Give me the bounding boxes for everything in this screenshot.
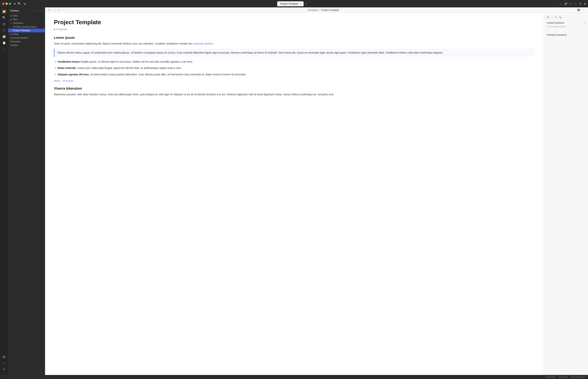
- tree-item-templates[interactable]: ▼ Templates: [8, 21, 45, 25]
- diamond-icon[interactable]: ◇: [575, 2, 577, 5]
- tree-item-label: Examples: [10, 40, 20, 43]
- sidebar-icon-files[interactable]: 📁: [1, 9, 7, 14]
- section-paragraph-1: Dolor sit amet, consectetur adipiscing e…: [54, 42, 535, 46]
- reader-icon[interactable]: 📚: [577, 9, 580, 12]
- title-bar-right: ⌄ 🔗 ⚭ ◇ ☰ ■: [559, 2, 586, 5]
- sort-icon[interactable]: ↕: [55, 9, 57, 12]
- chevron-right-icon: ▶: [10, 15, 12, 17]
- sidebar-icon-terminal[interactable]: >: [1, 47, 7, 52]
- tag-faucibus[interactable]: #Faucibus: [62, 79, 74, 82]
- status-words: 186 words: [558, 376, 568, 378]
- close-icon[interactable]: ×: [58, 9, 60, 12]
- tree-item-files[interactable]: ▶ Files: [8, 17, 45, 21]
- properties-label: Properties: [57, 28, 67, 31]
- unlinked-mentions-section: Unlinked mentions: [547, 33, 585, 36]
- linked-mentions-empty: No backlinks found.: [547, 25, 585, 28]
- properties-row[interactable]: ▶ Properties: [54, 28, 535, 31]
- chevron-right-icon: ▶: [10, 33, 12, 35]
- link-icon[interactable]: 🔗: [564, 2, 567, 5]
- tab-add-button[interactable]: +: [304, 2, 308, 5]
- rp-filter-icon[interactable]: ≡: [555, 16, 557, 19]
- tree-item-project-template[interactable]: Project Template: [8, 29, 45, 32]
- upload-icon[interactable]: ↑: [52, 9, 53, 12]
- edit-icon[interactable]: ✎: [48, 9, 50, 12]
- rp-search-icon[interactable]: 🔍: [559, 16, 562, 19]
- file-tree: ▶ Data ▶ Files ▼ Templates Another sampl…: [8, 13, 45, 375]
- tree-item-label: Views: [13, 33, 19, 35]
- status-backlinks: 0 backlinks: [545, 376, 555, 378]
- content-toolbar-right: 📚 ⋯: [577, 9, 585, 12]
- app-window: ■ 🔍 🔖 Project Template × + ⌄ 🔗 ⚭ ◇ ☰ ■ 📁: [0, 0, 588, 379]
- tree-item-readme[interactable]: readme: [8, 43, 45, 47]
- status-chars: 3,311 characters: [571, 376, 586, 378]
- main-layout: 📁 🔍 ▤ ☷ 📅 📋 > 🖼 ? ⚙ Carbon ✎ ↑ ↕: [0, 7, 588, 375]
- right-panel: ☰ ↕ ≡ 🔍 Linked mentions 0 No backlinks f…: [544, 13, 588, 375]
- content-section-2: Viverra bibendum Maecenas posuere, felis…: [54, 87, 535, 96]
- blockquote-text: Mauris ultrices metus augue, id sceleris…: [57, 51, 532, 55]
- sidebar-icon-calendar[interactable]: 📅: [1, 34, 7, 39]
- more-icon[interactable]: ⋯: [582, 9, 585, 12]
- sidebar-icon-search[interactable]: 🔍: [1, 15, 7, 20]
- maximize-button[interactable]: [9, 3, 11, 5]
- title-bar-left-icons: ■ 🔍 🔖: [14, 2, 26, 5]
- tree-item-label: commodo facilisis: [10, 37, 29, 39]
- sort-action-icon[interactable]: ↕: [39, 9, 40, 12]
- file-sidebar-actions: ✎ ↑ ↕ ×: [33, 9, 43, 12]
- panel-icon[interactable]: ■: [584, 2, 586, 5]
- icon-sidebar-top: 📁 🔍 ▤ ☷ 📅 📋 >: [1, 9, 7, 353]
- bullet-item-3: Aliquam egestas elit eros, sit amet pret…: [58, 72, 535, 77]
- chevron-right-icon: ▶: [10, 18, 12, 20]
- sidebar-icon-grid[interactable]: ☷: [1, 28, 7, 33]
- sidebar-icon-settings[interactable]: ⚙: [1, 367, 7, 372]
- workspace-name: Carbon: [10, 9, 19, 12]
- tree-item-data[interactable]: ▶ Data: [8, 14, 45, 17]
- tree-item-commodo[interactable]: commodo facilisis: [8, 36, 45, 40]
- status-bar: 0 backlinks 186 words 3,311 characters: [0, 375, 588, 379]
- edit-action-icon[interactable]: ✎: [33, 9, 35, 12]
- editor-layout: Project Template ▶ Properties Lorem ipsu…: [45, 13, 588, 375]
- sidebar-icon-graph[interactable]: ▤: [1, 21, 7, 27]
- content-area: ✎ ↑ ↕ × ← → Templates / Project Template…: [45, 7, 588, 375]
- rp-list-icon[interactable]: ☰: [547, 16, 549, 19]
- tree-item-label: Templates: [13, 22, 23, 24]
- linked-mentions-title: Linked mentions: [547, 22, 564, 24]
- folder-icon[interactable]: ■: [14, 2, 15, 5]
- bullet-list-1: Vestibulum luctus fringilla auctor. Ut u…: [54, 60, 535, 77]
- breadcrumb-parent[interactable]: Templates: [308, 9, 318, 12]
- tree-item-label: Data: [13, 15, 17, 17]
- nav-arrows: ← →: [63, 9, 69, 12]
- tag-nam[interactable]: #Nam: [54, 79, 60, 82]
- tab-close-button[interactable]: ×: [300, 3, 301, 5]
- rp-sort-icon[interactable]: ↕: [551, 16, 553, 19]
- chevron-down-icon: ▼: [10, 22, 12, 24]
- upload-action-icon[interactable]: ↑: [36, 9, 37, 12]
- title-bar: ■ 🔍 🔖 Project Template × + ⌄ 🔗 ⚭ ◇ ☰ ■: [0, 0, 588, 7]
- sidebar-icon-image[interactable]: 🖼: [1, 354, 7, 359]
- tab-bar: Project Template × +: [277, 1, 308, 6]
- chain-icon[interactable]: ⚭: [570, 2, 572, 5]
- minimize-button[interactable]: [6, 3, 8, 5]
- list-icon[interactable]: ☰: [579, 2, 582, 5]
- sidebar-icon-copy[interactable]: 📋: [1, 40, 7, 46]
- breadcrumb-current: Project Template: [321, 9, 339, 12]
- close-action-icon[interactable]: ×: [41, 9, 43, 12]
- icon-sidebar-bottom: 🖼 ? ⚙: [1, 354, 7, 373]
- bookmark-icon[interactable]: 🔖: [23, 2, 26, 5]
- nav-back-button[interactable]: ←: [63, 9, 65, 12]
- nav-forward-button[interactable]: →: [67, 9, 69, 12]
- editor-main[interactable]: Project Template ▶ Properties Lorem ipsu…: [45, 13, 544, 375]
- linked-mentions-count: 0: [584, 22, 585, 24]
- section-heading-1: Lorem ipsum: [54, 36, 535, 40]
- tree-item-another-sample[interactable]: Another sample project: [8, 25, 45, 29]
- file-sidebar-header: Carbon ✎ ↑ ↕ ×: [8, 7, 45, 13]
- search-icon[interactable]: 🔍: [18, 2, 21, 5]
- dropdown-icon[interactable]: ⌄: [559, 2, 562, 5]
- inline-link-commodo[interactable]: commodo facilisis: [193, 42, 213, 45]
- sidebar-icon-help[interactable]: ?: [1, 361, 7, 366]
- tree-item-views[interactable]: ▶ Views: [8, 32, 45, 36]
- traffic-lights: [2, 3, 11, 5]
- tree-item-examples[interactable]: Examples: [8, 40, 45, 43]
- tab-label: Project Template: [280, 2, 298, 5]
- tab-project-template[interactable]: Project Template ×: [277, 1, 304, 6]
- close-button[interactable]: [2, 3, 4, 5]
